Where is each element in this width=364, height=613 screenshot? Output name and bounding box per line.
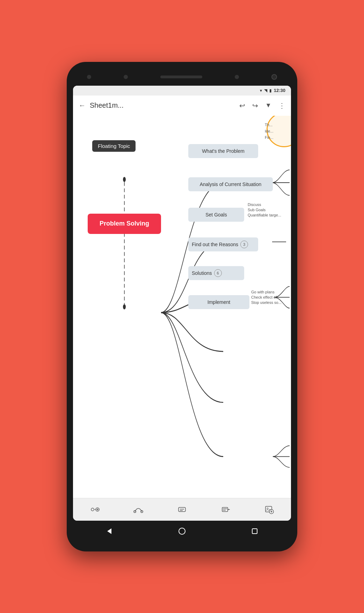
svg-marker-23 xyxy=(107,528,111,534)
svg-point-4 xyxy=(91,508,94,511)
more-button[interactable]: ⋮ xyxy=(278,101,285,110)
top-right-node-container: Th... Ide... Fin... xyxy=(263,116,291,161)
solutions-badge: 6 xyxy=(214,269,222,277)
canvas-area[interactable]: Floating Topic Problem Solving What's th… xyxy=(73,116,291,498)
svg-point-24 xyxy=(179,528,185,534)
add-callout-icon xyxy=(221,505,231,514)
implement-sub-1: Go with plans xyxy=(251,290,275,294)
add-relation-button[interactable] xyxy=(131,502,146,517)
camera-dot-left xyxy=(87,75,91,79)
add-topic-icon xyxy=(90,505,100,514)
back-button[interactable]: ← xyxy=(79,101,86,109)
app-title: Sheet1m... xyxy=(90,101,235,109)
branch-solutions-label: Solutions xyxy=(192,270,212,276)
branch-goals[interactable]: Set Goals xyxy=(188,208,244,222)
floating-topic-node[interactable]: Floating Topic xyxy=(92,140,136,152)
add-topic-button[interactable] xyxy=(87,502,102,517)
branch-analysis-label: Analysis of Current Situation xyxy=(200,181,262,187)
camera-dot-center-left xyxy=(124,75,128,79)
implement-sub-3: Stop useless so... xyxy=(251,300,282,305)
status-bar: ▾ ◥ ▮ 12:30 xyxy=(73,86,291,95)
app-bar-actions: ↩ ↪ ▼ ⋮ xyxy=(239,101,285,110)
top-right-label-3: Fin... xyxy=(265,135,273,140)
top-right-label-2: Ide... xyxy=(265,129,273,133)
branch-implement-label: Implement xyxy=(208,299,230,305)
implement-sub-2: Check effect of xyxy=(251,295,277,299)
svg-point-22 xyxy=(267,508,268,509)
phone-nav-bar xyxy=(73,521,291,545)
add-relation-icon xyxy=(133,505,143,514)
app-bar: ← Sheet1m... ↩ ↪ ▼ ⋮ xyxy=(73,95,291,116)
wifi-icon: ▾ xyxy=(260,88,262,93)
format-button[interactable]: ▼ xyxy=(265,102,271,109)
reasons-badge: 3 xyxy=(240,241,248,248)
phone-notch xyxy=(73,68,291,86)
signal-icon: ◥ xyxy=(264,88,267,93)
camera-dot-center-right xyxy=(235,75,239,79)
add-boundary-button[interactable] xyxy=(174,502,190,517)
goals-sub-1: Discuss xyxy=(248,202,261,207)
branch-implement[interactable]: Implement xyxy=(188,295,249,309)
status-time: 12:30 xyxy=(274,88,285,93)
svg-rect-16 xyxy=(222,507,228,512)
phone-device: ▾ ◥ ▮ 12:30 ← Sheet1m... ↩ ↪ ▼ ⋮ xyxy=(67,62,297,551)
battery-icon: ▮ xyxy=(269,88,272,93)
svg-point-2 xyxy=(123,304,126,309)
redo-button[interactable]: ↪ xyxy=(252,101,258,110)
branch-reasons-label: Find out the Reasons xyxy=(192,242,238,247)
nav-home-button[interactable] xyxy=(175,524,189,538)
svg-marker-17 xyxy=(228,509,229,510)
status-icons: ▾ ◥ ▮ 12:30 xyxy=(260,88,285,93)
svg-rect-11 xyxy=(179,507,185,512)
central-node-text: Problem Solving xyxy=(100,220,149,227)
add-callout-button[interactable] xyxy=(218,502,233,517)
nav-back-icon xyxy=(105,527,114,535)
top-right-label-1: Th... xyxy=(265,123,272,127)
nav-back-button[interactable] xyxy=(102,524,116,538)
add-image-icon xyxy=(264,505,274,514)
front-camera xyxy=(271,74,277,80)
speaker-bar xyxy=(160,76,202,78)
phone-screen: ▾ ◥ ▮ 12:30 ← Sheet1m... ↩ ↪ ▼ ⋮ xyxy=(73,86,291,521)
nav-home-icon xyxy=(178,527,186,535)
svg-rect-25 xyxy=(252,529,257,534)
goals-sub-3: Quantifiable targe... xyxy=(248,213,281,217)
branch-whats-problem[interactable]: What's the Problem xyxy=(188,144,258,158)
branch-whats-problem-label: What's the Problem xyxy=(202,148,245,154)
bottom-toolbar xyxy=(73,498,291,521)
add-image-button[interactable] xyxy=(262,502,277,517)
add-boundary-icon xyxy=(177,505,187,514)
svg-point-1 xyxy=(123,177,126,182)
nav-recent-button[interactable] xyxy=(248,524,262,538)
branch-reasons[interactable]: Find out the Reasons 3 xyxy=(188,237,258,251)
nav-recent-icon xyxy=(250,527,259,535)
central-node[interactable]: Problem Solving xyxy=(88,214,161,234)
branch-solutions[interactable]: Solutions 6 xyxy=(188,266,244,280)
undo-button[interactable]: ↩ xyxy=(239,101,245,110)
goals-sub-2: Sub Goals xyxy=(248,208,265,212)
mindmap-connections xyxy=(73,116,291,498)
branch-analysis[interactable]: Analysis of Current Situation xyxy=(188,177,273,191)
branch-goals-label: Set Goals xyxy=(205,212,227,218)
